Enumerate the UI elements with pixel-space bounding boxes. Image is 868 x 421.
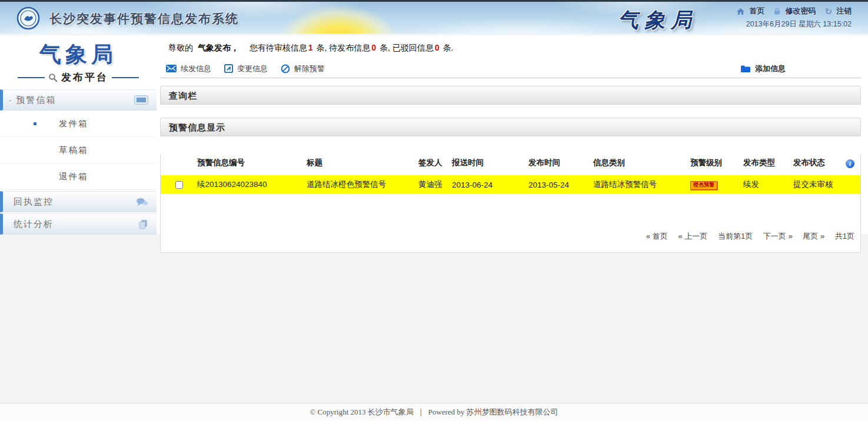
pagination-first[interactable]: « 首页 <box>646 232 668 240</box>
divider <box>112 77 139 78</box>
add-info-button[interactable]: 添加信息 <box>740 64 786 74</box>
col-header-issuer: 签发人 <box>418 154 452 175</box>
pagination-current: 当前第1页 <box>718 232 753 240</box>
pending-publish-count: 0 <box>371 43 376 52</box>
modify-info-button[interactable]: 变更信息 <box>224 64 268 74</box>
warning-table-panel: i 预警信息编号 标题 签发人 报送时间 发布时间 信息类别 预警级别 发布类型 <box>160 154 861 253</box>
site-logo-icon <box>16 6 40 30</box>
col-header-publish-time: 发布时间 <box>528 154 593 175</box>
col-header-title: 标题 <box>307 154 418 175</box>
brand-title: 气象局 <box>618 6 697 34</box>
col-header-id: 预警信息编号 <box>197 154 307 175</box>
pagination: « 首页 « 上一页 当前第1页 下一页 » 尾页 » 共1页 <box>638 231 854 242</box>
col-header-publish-type: 发布类型 <box>743 154 793 175</box>
cell-publish-type: 续发 <box>743 175 793 194</box>
col-header-level: 预警级别 <box>690 154 743 175</box>
nav-logout[interactable]: 注销 <box>836 6 852 16</box>
pagination-last[interactable]: 尾页 » <box>803 232 824 240</box>
table-header-row: 预警信息编号 标题 签发人 报送时间 发布时间 信息类别 预警级别 发布类型 发… <box>161 154 860 175</box>
footer: © Copyright 2013 长沙市气象局 ｜ Powered by 苏州梦… <box>0 403 868 421</box>
col-header-category: 信息类别 <box>593 154 690 175</box>
cell-id: 续20130624023840 <box>197 175 307 194</box>
ban-icon <box>281 64 290 73</box>
toolbar: 续发信息 变更信息 解除预警 添加信息 <box>160 59 861 78</box>
pagination-prev[interactable]: « 上一页 <box>679 232 708 240</box>
divider <box>18 77 45 78</box>
cell-issuer: 黄迪强 <box>418 175 452 194</box>
footer-separator: ｜ <box>417 407 425 417</box>
main-content: 尊敬的 气象发布， 您有待审核信息1 条, 待发布信息0 条, 已驳回信息0 条… <box>160 35 861 253</box>
cell-publish-time: 2013-05-24 <box>528 175 593 194</box>
cell-title: 道路结冰橙色预警信号 <box>307 175 418 194</box>
pagination-total: 共1页 <box>835 232 854 240</box>
sidebar-logo-subtitle: 发布平台 <box>61 71 108 84</box>
search-icon <box>48 73 58 82</box>
sidebar-item-receipt-monitor[interactable]: 回执监控 <box>0 191 157 212</box>
sidebar-item-drafts[interactable]: 草稿箱 <box>0 137 157 163</box>
datetime-display: 2013年6月29日 星期六 13:15:02 <box>746 19 852 29</box>
home-icon <box>736 8 745 15</box>
sidebar-item-warning-inbox[interactable]: - 预警信箱 <box>0 89 157 111</box>
folder-icon <box>740 65 751 73</box>
sidebar-item-returned[interactable]: 退件箱 <box>0 163 157 190</box>
table-row[interactable]: 续20130624023840 道路结冰橙色预警信号 黄迪强 2013-06-2… <box>161 175 860 194</box>
receipt-chat-icon <box>136 198 148 206</box>
logout-icon: ↻ <box>824 7 832 16</box>
row-checkbox[interactable] <box>175 181 183 189</box>
copyright-text: © Copyright 2013 长沙市气象局 <box>310 407 413 417</box>
warning-level-badge: 橙色预警 <box>690 181 717 190</box>
lock-icon <box>773 7 781 15</box>
query-bar-header[interactable]: 查询栏 <box>160 86 861 105</box>
statistics-pages-icon <box>138 219 148 229</box>
col-header-submit-time: 报送时间 <box>452 154 528 175</box>
resend-info-button[interactable]: 续发信息 <box>166 64 211 74</box>
bullet-icon <box>34 122 36 125</box>
info-icon[interactable]: i <box>846 159 854 168</box>
pagination-next[interactable]: 下一页 » <box>763 232 793 240</box>
greeting-line: 尊敬的 气象发布， 您有待审核信息1 条, 待发布信息0 条, 已驳回信息0 条… <box>160 35 861 59</box>
top-header: 长沙突发事件预警信息发布系统 气象局 首页 修改密码 ↻ 注销 2013年6月2… <box>0 0 868 34</box>
cell-category: 道路结冰预警信号 <box>593 175 690 194</box>
mailbox-icon <box>134 95 148 105</box>
sidebar-item-outbox[interactable]: 发件箱 <box>0 111 157 137</box>
current-user: 气象发布， <box>198 43 239 52</box>
page-title: 长沙突发事件预警信息发布系统 <box>49 11 239 27</box>
nav-home[interactable]: 首页 <box>749 6 764 16</box>
sidebar-logo-subtitle-row: 发布平台 <box>0 71 157 84</box>
powered-by-text: Powered by 苏州梦图数码科技有限公司 <box>428 407 558 417</box>
warning-table: 预警信息编号 标题 签发人 报送时间 发布时间 信息类别 预警级别 发布类型 发… <box>161 154 860 194</box>
pending-review-count: 1 <box>308 43 313 52</box>
top-nav: 首页 修改密码 ↻ 注销 <box>736 6 852 16</box>
sidebar-item-statistics[interactable]: 统计分析 <box>0 213 157 235</box>
edit-icon <box>224 64 233 73</box>
sidebar-logo-title: 气象局 <box>0 40 157 69</box>
sidebar: 气象局 发布平台 - 预警信箱 发件箱 草稿箱 退件箱 回执监控 <box>0 35 157 234</box>
table-section-header: 预警信息显示 <box>160 118 861 136</box>
nav-change-password[interactable]: 修改密码 <box>785 6 816 16</box>
cell-status: 提交未审核 <box>793 175 860 194</box>
cancel-warning-button[interactable]: 解除预警 <box>281 64 325 74</box>
envelope-icon <box>166 65 177 72</box>
collapse-indicator: - <box>9 96 11 105</box>
rejected-count: 0 <box>435 43 440 52</box>
cell-submit-time: 2013-06-24 <box>452 175 528 194</box>
